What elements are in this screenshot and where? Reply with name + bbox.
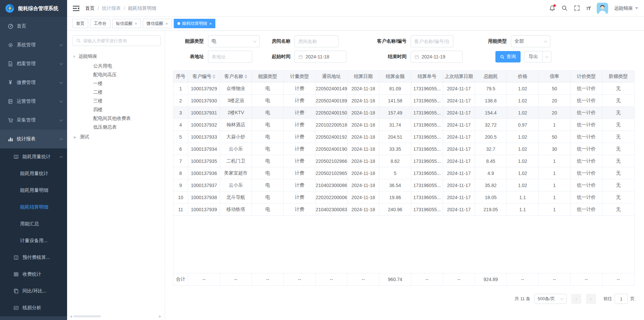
submenu-item-charge-stats[interactable]: 收费统计 bbox=[0, 266, 67, 283]
column-header[interactable]: 计量类型 bbox=[284, 71, 316, 83]
tree-root-node[interactable]: ▼ 远能锦座 bbox=[72, 51, 161, 61]
sidebar-item-payment[interactable]: ¥ 缴费管理 bbox=[0, 73, 67, 92]
submenu-leaf[interactable]: 能耗用量明细 bbox=[0, 182, 67, 199]
prev-page-button[interactable]: ‹ bbox=[571, 294, 581, 304]
column-header[interactable]: 客户编号 bbox=[188, 71, 220, 83]
scroll-left-icon[interactable]: ◀ bbox=[70, 315, 72, 318]
tree-node[interactable]: 三楼 bbox=[72, 96, 161, 105]
customer-input[interactable] bbox=[414, 39, 450, 44]
close-icon[interactable]: × bbox=[135, 21, 138, 26]
tab[interactable]: 短信提醒 × bbox=[112, 19, 141, 28]
search-icon[interactable] bbox=[561, 5, 568, 11]
scrollbar-thumb[interactable] bbox=[73, 315, 101, 317]
table-row[interactable]: 11 1000137939 移动铁塔 电 计费 210402300083 202… bbox=[173, 203, 634, 216]
page-size-select[interactable]: 500条/页 bbox=[534, 294, 567, 304]
table-row[interactable]: 8 1000137936 美家宜超市 电 计费 220502102965 202… bbox=[173, 167, 634, 179]
tree-node[interactable]: 公共用电 bbox=[72, 61, 161, 70]
energy-type-select[interactable]: 电 bbox=[208, 35, 260, 47]
column-header[interactable]: 结算金额 bbox=[379, 71, 411, 83]
sidebar-item-collection[interactable]: 采集管理 bbox=[0, 111, 67, 130]
query-button[interactable]: 查询 bbox=[495, 51, 521, 62]
table-row[interactable]: 6 1000137934 云小乐 电 计费 220502400190 2024-… bbox=[173, 143, 634, 155]
table-row[interactable]: 5 1000137933 大蒜小炒 电 计费 220502400192 2024… bbox=[173, 131, 634, 143]
column-header[interactable]: 上次结算日期 bbox=[443, 71, 475, 83]
cell-metering-type: 计费 bbox=[284, 131, 316, 143]
close-icon[interactable]: × bbox=[165, 21, 168, 26]
sidebar-item-reports[interactable]: 统计报表 bbox=[0, 130, 67, 148]
submenu-leaf[interactable]: 用能汇总 bbox=[0, 216, 67, 232]
column-header[interactable]: 结算单号 bbox=[411, 71, 443, 83]
sidebar-item-home[interactable]: 首页 bbox=[0, 17, 67, 36]
meter-address-input[interactable] bbox=[212, 54, 249, 59]
export-button[interactable]: 导出 bbox=[524, 51, 542, 62]
goto-page-input[interactable] bbox=[614, 294, 628, 304]
tab[interactable]: 工作台 bbox=[90, 19, 110, 28]
tree-node[interactable]: 四楼 bbox=[72, 105, 161, 114]
tab[interactable]: 首页 bbox=[72, 19, 88, 28]
tab[interactable]: 微信提醒 × bbox=[143, 19, 172, 28]
cell-index: 9 bbox=[173, 179, 188, 191]
table-row[interactable]: 10 1000137938 北斗导航 电 计费 220202200006 202… bbox=[173, 191, 634, 203]
column-header[interactable]: 计价类型 bbox=[571, 71, 602, 83]
caret-expanded-icon[interactable]: ▼ bbox=[72, 55, 76, 58]
submenu-item-line-loss[interactable]: 线损分析 bbox=[0, 300, 67, 316]
room-name-input[interactable] bbox=[298, 39, 335, 44]
column-header[interactable]: 总能耗 bbox=[475, 71, 507, 83]
column-header[interactable]: 结算日期 bbox=[347, 71, 379, 83]
submenu-leaf[interactable]: 能耗结算明细 bbox=[0, 199, 67, 216]
cell-settle-amount: 8.62 bbox=[379, 155, 411, 167]
notification-bell-icon[interactable] bbox=[549, 5, 555, 11]
scroll-right-icon[interactable]: ▶ bbox=[159, 315, 161, 318]
sidebar-item-system[interactable]: 系统管理 bbox=[0, 36, 67, 54]
font-size-icon[interactable]: TT bbox=[586, 5, 591, 11]
table-row[interactable]: 4 1000137932 翰林酒店 电 计费 220102200518 2024… bbox=[173, 119, 634, 131]
submenu-leaf[interactable]: 计量设备用... bbox=[0, 232, 67, 249]
tree-node[interactable]: 配电间其他收费表 bbox=[72, 114, 161, 123]
tree-node-collapsed[interactable]: ▶ 测试 bbox=[72, 132, 161, 142]
table-row[interactable]: 3 1000137931 2楼KTV 电 计费 220502400150 202… bbox=[173, 107, 634, 119]
column-header[interactable]: 客户名称 bbox=[220, 71, 252, 83]
submenu-item-comparison[interactable]: 同比/环比... bbox=[0, 283, 67, 300]
tree-node[interactable]: 一楼 bbox=[72, 79, 161, 88]
column-header[interactable]: 价格 bbox=[507, 71, 539, 83]
close-icon[interactable]: × bbox=[209, 21, 212, 26]
usage-type-select[interactable]: 全部 bbox=[511, 35, 550, 47]
next-page-button[interactable]: › bbox=[586, 294, 596, 304]
submenu-item-prepaid[interactable]: 预付费核算... bbox=[0, 249, 67, 266]
tree-search-input[interactable] bbox=[83, 38, 157, 43]
column-header[interactable]: 阶梯类型 bbox=[602, 71, 634, 83]
sidebar-item-operation[interactable]: 运营管理 bbox=[0, 92, 67, 111]
tab[interactable]: 能耗结算明细 × bbox=[174, 19, 216, 28]
tree-node[interactable]: 配电间高压 bbox=[72, 70, 161, 79]
breadcrumb-home[interactable]: 首页 bbox=[85, 5, 95, 11]
sidebar-item-archives[interactable]: 档案管理 bbox=[0, 54, 67, 73]
avatar[interactable] bbox=[597, 3, 608, 14]
table-row[interactable]: 2 1000137930 3楼足浴 电 计费 220502400189 2024… bbox=[173, 95, 634, 107]
summary-cell: -- bbox=[316, 273, 347, 285]
breadcrumb-reports[interactable]: 统计报表 bbox=[102, 5, 121, 11]
cell-settle-amount: 204.51 bbox=[379, 131, 411, 143]
table-row[interactable]: 7 1000137935 二机门卫 电 计费 220502102966 2024… bbox=[173, 155, 634, 167]
column-header[interactable]: 通讯地址 bbox=[316, 71, 347, 83]
user-menu[interactable]: 远能锦座 bbox=[614, 5, 638, 11]
column-header[interactable]: 能源类型 bbox=[252, 71, 284, 83]
caret-collapsed-icon[interactable]: ▶ bbox=[74, 135, 77, 139]
submenu-group-energy-usage-stats[interactable]: 能耗用量统计 bbox=[0, 148, 67, 165]
sort-caret-icon[interactable] bbox=[213, 75, 215, 79]
column-header[interactable]: 倍率 bbox=[539, 71, 571, 83]
tree-node[interactable]: 二楼 bbox=[72, 88, 161, 96]
export-dropdown-toggle[interactable] bbox=[542, 51, 551, 62]
sort-caret-icon[interactable] bbox=[245, 75, 247, 79]
table-row[interactable]: 1 1000137929 众维物业 电 计费 220502400149 2024… bbox=[173, 83, 634, 95]
cell-settle-amount: 141.58 bbox=[379, 95, 411, 107]
fullscreen-icon[interactable] bbox=[574, 5, 580, 11]
submenu-leaf[interactable]: 能耗用量统计 bbox=[0, 165, 67, 182]
tree-node[interactable]: 低压侧总表 bbox=[72, 123, 161, 131]
column-header[interactable]: 序号 bbox=[173, 71, 188, 83]
start-date-picker[interactable]: 2024-11-18 bbox=[294, 51, 346, 63]
cell-index: 8 bbox=[173, 167, 188, 179]
cell-last-settle-date: 2024-11-17 bbox=[443, 83, 475, 95]
sidebar-fold-icon[interactable] bbox=[72, 5, 80, 12]
table-row[interactable]: 9 1000137937 云小乐 电 计费 210402300086 2024-… bbox=[173, 179, 634, 191]
end-date-picker[interactable]: 2024-11-19 bbox=[411, 51, 463, 63]
